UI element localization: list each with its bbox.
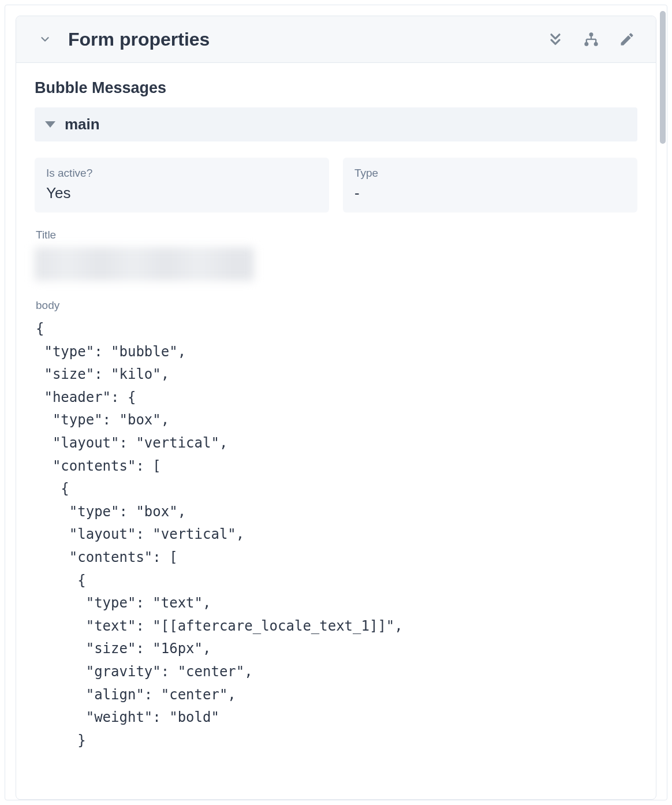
panel-header: Form properties	[16, 16, 656, 63]
title-value-redacted	[35, 247, 254, 281]
field-value: Yes	[46, 184, 318, 202]
panel-body: Bubble Messages main Is active? Yes Type…	[16, 63, 656, 799]
hierarchy-icon	[583, 31, 599, 47]
properties-window: Form properties	[5, 5, 667, 800]
subsection-main[interactable]: main	[35, 107, 637, 141]
pencil-icon	[619, 31, 635, 47]
field-value: -	[354, 184, 626, 202]
field-label: Is active?	[46, 167, 318, 180]
svg-rect-4	[587, 39, 596, 40]
tree-view-button[interactable]	[578, 27, 604, 52]
collapse-toggle[interactable]	[32, 27, 58, 52]
triangle-down-icon	[45, 121, 55, 128]
body-code: { "type": "bubble", "size": "kilo", "hea…	[35, 318, 637, 752]
field-label: Type	[354, 167, 626, 180]
edit-button[interactable]	[614, 27, 640, 52]
fields-row: Is active? Yes Type -	[35, 158, 637, 213]
title-label: Title	[35, 229, 637, 241]
svg-rect-6	[595, 39, 596, 43]
expand-all-button[interactable]	[543, 27, 568, 52]
form-properties-panel: Form properties	[16, 16, 656, 800]
field-is-active: Is active? Yes	[35, 158, 329, 213]
section-title: Bubble Messages	[35, 79, 637, 97]
scrollbar-thumb[interactable]	[660, 11, 666, 144]
svg-rect-5	[586, 39, 587, 43]
body-label: body	[35, 299, 637, 312]
field-type: Type -	[343, 158, 637, 213]
double-chevron-down-icon	[547, 31, 563, 47]
chevron-down-icon	[39, 33, 51, 46]
scrollbar-track	[660, 11, 666, 794]
subsection-name: main	[65, 115, 100, 133]
panel-title: Form properties	[68, 29, 532, 50]
